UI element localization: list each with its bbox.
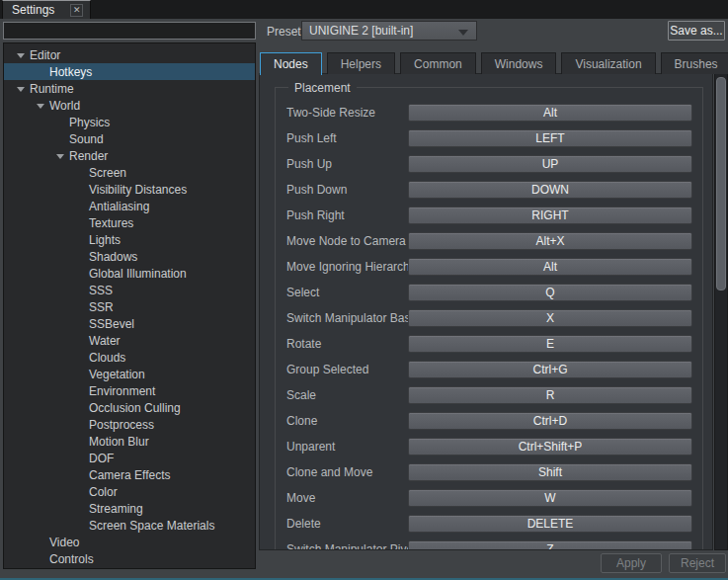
tree-item-controls[interactable]: Controls bbox=[4, 550, 255, 567]
apply-button[interactable]: Apply bbox=[601, 553, 662, 573]
tree-item-label: Camera Effects bbox=[89, 468, 170, 482]
hotkey-binding-button-rotate[interactable]: E bbox=[408, 335, 692, 353]
tree-item-vegetation[interactable]: Vegetation bbox=[4, 366, 255, 382]
tree-item-label: Clouds bbox=[89, 351, 125, 365]
preset-dropdown[interactable]: UNIGINE 2 [built-in] bbox=[301, 21, 477, 41]
tree-item-screen-space-materials[interactable]: Screen Space Materials bbox=[4, 517, 255, 534]
tree-item-sss[interactable]: SSS bbox=[4, 282, 255, 298]
hotkey-row-push-down: Push DownDOWN bbox=[276, 181, 702, 199]
tree-item-world[interactable]: World bbox=[4, 97, 255, 114]
tree-item-ssbevel[interactable]: SSBevel bbox=[4, 315, 255, 332]
hotkey-binding-button-delete[interactable]: DELETE bbox=[408, 515, 692, 533]
hotkey-binding-button-switch-manipulator-basis[interactable]: X bbox=[408, 309, 692, 327]
triangle-down-icon bbox=[56, 154, 64, 159]
tree-item-ssr[interactable]: SSR bbox=[4, 298, 255, 315]
hotkey-row-rotate: RotateE bbox=[276, 335, 702, 353]
tree-item-label: Environment bbox=[89, 384, 155, 398]
hotkey-action-label: Move Ignoring Hierarchy bbox=[286, 258, 416, 276]
tree-item-occlusion-culling[interactable]: Occlusion Culling bbox=[4, 399, 255, 416]
settings-window-tab[interactable]: Settings ✕ bbox=[2, 0, 91, 19]
tree-item-label: Hotkeys bbox=[49, 65, 92, 79]
hotkey-row-delete: DeleteDELETE bbox=[276, 515, 702, 533]
hotkey-binding-button-switch-manipulator-pivot[interactable]: Z bbox=[408, 540, 692, 550]
tree-item-global-illumination[interactable]: Global Illumination bbox=[4, 265, 255, 282]
hotkey-binding-button-push-left[interactable]: LEFT bbox=[408, 129, 692, 147]
tree-item-sound[interactable]: Sound bbox=[4, 130, 255, 147]
tree-item-label: Lights bbox=[89, 233, 121, 247]
tab-helpers[interactable]: Helpers bbox=[327, 52, 395, 74]
hotkey-binding-button-move-ignoring-hierarchy[interactable]: Alt bbox=[408, 258, 692, 276]
tree-item-lights[interactable]: Lights bbox=[4, 231, 255, 248]
tree-item-camera-effects[interactable]: Camera Effects bbox=[4, 466, 255, 483]
hotkey-action-label: Push Down bbox=[286, 181, 347, 199]
hotkey-action-label: Switch Manipulator Pivot bbox=[286, 540, 416, 550]
hotkey-binding-button-group-selected[interactable]: Ctrl+G bbox=[408, 361, 692, 378]
tab-windows[interactable]: Windows bbox=[481, 52, 557, 74]
tree-item-label: Editor bbox=[30, 48, 60, 62]
hotkey-binding-button-clone[interactable]: Ctrl+D bbox=[408, 412, 692, 430]
tree-item-video[interactable]: Video bbox=[4, 534, 255, 550]
tree-item-textures[interactable]: Textures bbox=[4, 214, 255, 231]
hotkey-binding-button-move[interactable]: W bbox=[408, 489, 692, 507]
tree-item-label: Video bbox=[49, 536, 79, 549]
tab-common[interactable]: Common bbox=[400, 52, 476, 74]
hotkey-row-group-selected: Group SelectedCtrl+G bbox=[276, 361, 702, 378]
tree-item-physics[interactable]: Physics bbox=[4, 114, 255, 130]
tree-item-label: Shadows bbox=[89, 250, 137, 264]
tree-item-screen[interactable]: Screen bbox=[4, 164, 255, 181]
tree-item-render[interactable]: Render bbox=[4, 147, 255, 164]
expander-arrow-icon[interactable] bbox=[32, 103, 49, 109]
hotkey-binding-button-push-down[interactable]: DOWN bbox=[408, 181, 692, 199]
tree-item-runtime[interactable]: Runtime bbox=[4, 80, 255, 97]
reject-button[interactable]: Reject bbox=[669, 553, 726, 573]
tree-filter-input[interactable] bbox=[3, 22, 256, 40]
hotkey-binding-button-select[interactable]: Q bbox=[408, 284, 692, 301]
hotkey-action-label: Push Right bbox=[286, 207, 345, 224]
expander-arrow-icon[interactable] bbox=[51, 153, 69, 159]
tree-item-postprocess[interactable]: Postprocess bbox=[4, 416, 255, 433]
tree-item-visibility-distances[interactable]: Visibility Distances bbox=[4, 181, 255, 198]
hotkey-action-label: Delete bbox=[286, 515, 321, 533]
hotkey-row-move-ignoring-hierarchy: Move Ignoring HierarchyAlt bbox=[276, 258, 702, 276]
window-tab-strip: Settings ✕ bbox=[0, 0, 728, 19]
expander-arrow-icon[interactable] bbox=[12, 86, 30, 92]
placement-group-title: Placement bbox=[288, 81, 357, 95]
hotkey-binding-button-push-up[interactable]: UP bbox=[408, 155, 692, 173]
hotkey-row-switch-manipulator-pivot: Switch Manipulator PivotZ bbox=[276, 540, 702, 550]
triangle-down-icon bbox=[37, 104, 44, 109]
hotkey-binding-button-push-right[interactable]: RIGHT bbox=[408, 207, 692, 224]
tree-item-label: Postprocess bbox=[89, 418, 154, 432]
hotkey-row-move: MoveW bbox=[276, 489, 702, 507]
tree-item-water[interactable]: Water bbox=[4, 332, 255, 349]
tree-item-dof[interactable]: DOF bbox=[4, 450, 255, 466]
save-as-button[interactable]: Save as... bbox=[668, 21, 725, 41]
tab-nodes[interactable]: Nodes bbox=[260, 52, 322, 75]
tree-item-hotkeys[interactable]: Hotkeys bbox=[4, 63, 255, 80]
hotkey-binding-button-scale[interactable]: R bbox=[408, 386, 692, 404]
tree-item-shadows[interactable]: Shadows bbox=[4, 248, 255, 265]
tab-brushes[interactable]: Brushes bbox=[661, 52, 728, 74]
hotkey-binding-button-move-node-to-camera[interactable]: Alt+X bbox=[408, 232, 692, 250]
tree-item-color[interactable]: Color bbox=[4, 483, 255, 500]
vertical-scrollbar[interactable] bbox=[714, 73, 728, 550]
tree-item-streaming[interactable]: Streaming bbox=[4, 500, 255, 517]
hotkey-action-label: Move bbox=[286, 489, 315, 507]
hotkey-binding-button-unparent[interactable]: Ctrl+Shift+P bbox=[408, 438, 692, 456]
scrollbar-thumb[interactable] bbox=[716, 77, 726, 290]
tree-item-clouds[interactable]: Clouds bbox=[4, 349, 255, 366]
tree-item-antialiasing[interactable]: Antialiasing bbox=[4, 198, 255, 214]
close-icon[interactable]: ✕ bbox=[70, 4, 83, 17]
tree-item-motion-blur[interactable]: Motion Blur bbox=[4, 433, 255, 450]
tree-item-label: Antialiasing bbox=[89, 200, 149, 213]
hotkey-row-clone-and-move: Clone and MoveShift bbox=[276, 463, 702, 481]
tree-item-editor[interactable]: Editor bbox=[4, 46, 255, 63]
hotkey-action-label: Two-Side Resize bbox=[286, 104, 375, 122]
expander-arrow-icon[interactable] bbox=[12, 52, 30, 58]
tree-item-label: SSR bbox=[89, 300, 114, 314]
hotkey-binding-button-two-side-resize[interactable]: Alt bbox=[408, 104, 692, 122]
hotkey-binding-button-clone-and-move[interactable]: Shift bbox=[408, 463, 692, 481]
tab-visualization[interactable]: Visualization bbox=[561, 52, 655, 74]
tree-item-label: DOF bbox=[89, 452, 114, 465]
tree-item-environment[interactable]: Environment bbox=[4, 382, 255, 399]
hotkey-row-switch-manipulator-basis: Switch Manipulator BasisX bbox=[276, 309, 702, 327]
